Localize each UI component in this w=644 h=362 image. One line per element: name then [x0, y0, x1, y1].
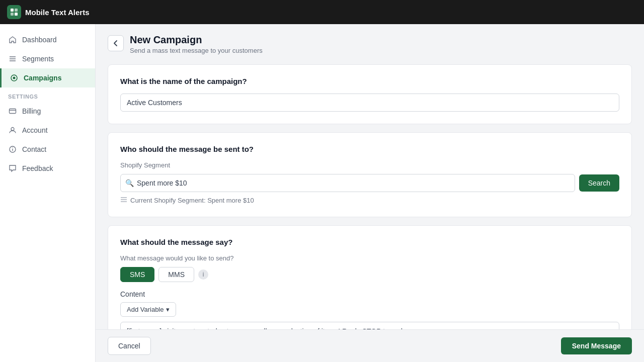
message-type-label: What message would you like to send?	[120, 254, 619, 262]
campaign-name-input[interactable]	[120, 94, 619, 112]
sms-button[interactable]: SMS	[120, 267, 154, 282]
add-variable-button[interactable]: Add Variable ▾	[120, 302, 176, 317]
sidebar-item-feedback[interactable]: Feedback	[0, 159, 95, 178]
search-row: 🔍 Search	[120, 174, 619, 192]
recipient-title: Who should the message be sent to?	[120, 145, 619, 153]
segment-search-input[interactable]	[120, 174, 575, 192]
search-icon: 🔍	[125, 179, 134, 187]
back-button[interactable]	[108, 35, 124, 51]
sidebar-item-feedback-label: Feedback	[22, 164, 53, 172]
page-header: New Campaign Send a mass text message to…	[108, 34, 632, 54]
campaign-name-card: What is the name of the campaign?	[108, 64, 632, 124]
sidebar-item-contact-label: Contact	[22, 145, 46, 153]
top-bar: Mobile Text Alerts	[0, 0, 644, 24]
sidebar-item-account-label: Account	[22, 126, 48, 134]
home-icon	[8, 35, 17, 44]
content-label: Content	[120, 290, 619, 298]
chevron-down-icon: ▾	[166, 306, 170, 313]
svg-point-14	[12, 147, 13, 148]
svg-rect-9	[10, 109, 16, 114]
sidebar-item-segments[interactable]: Segments	[0, 49, 95, 68]
app-logo: Mobile Text Alerts	[7, 5, 90, 19]
info-icon[interactable]: i	[198, 269, 208, 280]
sidebar-item-dashboard[interactable]: Dashboard	[0, 30, 95, 49]
campaigns-icon	[10, 73, 19, 82]
svg-rect-1	[15, 9, 18, 12]
settings-section-label: SETTINGS	[0, 87, 95, 102]
svg-point-11	[11, 128, 14, 131]
billing-icon	[8, 107, 17, 116]
svg-point-8	[13, 77, 16, 79]
mms-button[interactable]: MMS	[158, 267, 194, 282]
sidebar-item-account[interactable]: Account	[0, 121, 95, 140]
logo-icon	[7, 5, 21, 19]
page-title: New Campaign	[130, 34, 263, 46]
feedback-icon	[8, 164, 17, 173]
sidebar-item-billing-label: Billing	[22, 107, 41, 115]
segments-icon	[8, 54, 17, 63]
sidebar: Dashboard Segments Campaigns SETTINGS	[0, 24, 96, 362]
search-button[interactable]: Search	[579, 174, 619, 192]
app-title: Mobile Text Alerts	[25, 8, 90, 17]
recipient-sublabel: Shopify Segment	[120, 161, 619, 169]
svg-rect-2	[11, 13, 14, 16]
cancel-button[interactable]: Cancel	[108, 337, 151, 355]
current-segment: Current Shopify Segment: Spent more $10	[120, 196, 619, 205]
contact-icon	[8, 145, 17, 154]
sidebar-item-campaigns-label: Campaigns	[24, 74, 61, 82]
sidebar-item-campaigns[interactable]: Campaigns	[0, 68, 95, 87]
message-title: What should the message say?	[120, 238, 619, 246]
svg-rect-0	[11, 9, 14, 12]
main-content: New Campaign Send a mass text message to…	[96, 24, 644, 362]
recipient-card: Who should the message be sent to? Shopi…	[108, 132, 632, 217]
sidebar-item-segments-label: Segments	[22, 55, 54, 63]
add-variable-label: Add Variable	[127, 306, 164, 313]
message-type-row: SMS MMS i	[120, 267, 619, 282]
sidebar-item-billing[interactable]: Billing	[0, 102, 95, 121]
segment-icon	[120, 196, 127, 205]
sidebar-item-dashboard-label: Dashboard	[22, 36, 57, 44]
campaign-name-title: What is the name of the campaign?	[120, 77, 619, 85]
page-title-section: New Campaign Send a mass text message to…	[130, 34, 263, 54]
account-icon	[8, 126, 17, 135]
footer-bar: Cancel Send Message	[96, 329, 644, 362]
send-message-button[interactable]: Send Message	[561, 337, 632, 354]
search-input-wrap: 🔍	[120, 174, 575, 192]
current-segment-text: Current Shopify Segment: Spent more $10	[130, 197, 254, 204]
svg-rect-3	[15, 13, 18, 16]
sidebar-item-contact[interactable]: Contact	[0, 140, 95, 159]
page-subtitle: Send a mass text message to your custome…	[130, 47, 263, 54]
